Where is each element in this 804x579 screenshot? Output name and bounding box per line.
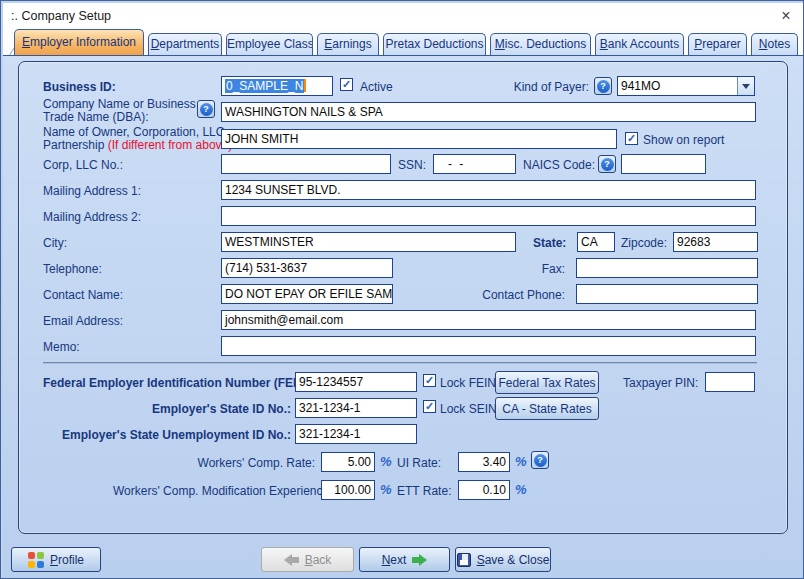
show-on-report-checkbox[interactable] [625,132,638,145]
owner-input[interactable]: JOHN SMITH [221,129,617,149]
tab-employee-class[interactable]: Employee Class [226,33,313,55]
close-icon[interactable]: × [775,6,797,26]
fein-label: Federal Employer Identification Number (… [43,376,291,390]
percent-icon: % [380,482,392,497]
percent-icon: % [515,454,527,469]
state-label: State: [533,236,566,250]
section-divider [43,362,757,364]
tab-employer-information[interactable]: Employer Information [14,29,144,55]
tab-misc-deductions[interactable]: Misc. Deductions [490,33,591,55]
telephone-label: Telephone: [43,262,102,276]
memo-input[interactable] [221,336,756,356]
business-id-label: Business ID: [43,80,116,94]
state-id-label: Employer's State ID No.: [43,402,291,416]
save-close-button[interactable]: Save & Close [455,547,551,572]
federal-tax-rates-button[interactable]: Federal Tax Rates [495,371,599,394]
corp-llc-label: Corp, LLC No.: [43,158,123,172]
workers-comp-rate-input[interactable]: 5.00 [321,452,375,472]
kind-of-payer-select[interactable]: 941MO [617,76,755,96]
tab-bank-accounts[interactable]: Bank Accounts [595,33,684,55]
city-label: City: [43,236,67,250]
ett-rate-input[interactable]: 0.10 [458,480,510,500]
contact-name-label: Contact Name: [43,288,123,302]
tab-pretax-deductions[interactable]: Pretax Deductions [383,33,486,55]
arrow-left-icon [284,554,299,566]
active-checkbox[interactable] [340,78,353,91]
business-id-input[interactable]: 0_SAMPLE_N [221,76,333,96]
telephone-input[interactable]: (714) 531-3637 [221,258,393,278]
lock-fein-label: Lock FEIN [440,376,496,390]
tab-earnings[interactable]: Earnings [317,33,379,55]
taxpayer-pin-input[interactable] [705,372,755,392]
fax-input[interactable] [576,258,758,278]
next-button-label: Next [382,553,407,567]
lock-fein-checkbox[interactable] [423,374,436,387]
mailing-address-2-label: Mailing Address 2: [43,210,141,224]
naics-label: NAICS Code: [523,158,595,172]
state-unemployment-id-input[interactable]: 321-1234-1 [295,424,417,444]
email-label: Email Address: [43,314,123,328]
owner-label-line1: Name of Owner, Corporation, LLC, [43,125,228,139]
fax-label: Fax: [503,262,565,276]
zipcode-input[interactable]: 92683 [673,232,758,252]
city-input[interactable]: WESTMINSTER [221,232,516,252]
ett-rate-label: ETT Rate: [397,484,451,498]
company-name-label-line1: Company Name or Business [43,97,196,111]
title-bar: :. Company Setup × [3,3,803,29]
ui-rate-label: UI Rate: [397,456,441,470]
fein-input[interactable]: 95-1234557 [295,372,417,392]
owner-label-note: (If different from above) [108,138,233,152]
kind-of-payer-label: Kind of Payer: [501,80,589,94]
state-rates-button[interactable]: CA - State Rates [495,397,599,420]
ssn-label: SSN: [398,158,426,172]
state-input[interactable]: CA [577,232,615,252]
company-name-label-line2: Trade Name (DBA): [43,110,149,124]
ui-rate-input[interactable]: 3.40 [458,452,510,472]
active-label: Active [360,80,393,94]
save-icon [457,553,471,567]
profile-button-label: Profile [50,553,84,567]
contact-name-input[interactable]: DO NOT EPAY OR EFILE SAMPLE [221,284,393,304]
save-close-button-label: Save & Close [477,553,550,567]
back-button-label: Back [305,553,332,567]
ssn-input[interactable]: - - [433,154,516,174]
profile-button[interactable]: Profile [11,547,101,572]
back-button[interactable]: Back [261,547,354,572]
state-unemployment-id-label: Employer's State Unemployment ID No.: [43,428,291,442]
text-caret [304,79,306,92]
next-button[interactable]: Next [359,547,450,572]
chevron-down-icon[interactable] [737,77,754,95]
tab-departments[interactable]: Departments [148,33,222,55]
rates-help-icon[interactable]: ? [531,451,549,469]
state-id-input[interactable]: 321-1234-1 [295,398,417,418]
mailing-address-2-input[interactable] [221,206,756,226]
contact-phone-label: Contact Phone: [473,288,565,302]
contact-phone-input[interactable] [576,284,758,304]
workers-comp-mod-input[interactable]: 100.00 [321,480,375,500]
company-name-help-icon[interactable]: ? [197,100,215,118]
email-input[interactable]: johnsmith@email.com [221,310,756,330]
percent-icon: % [380,454,392,469]
workers-comp-mod-label: Workers' Comp. Modification Experience: [113,484,315,498]
employer-information-page: Business ID: 0_SAMPLE_N Active Kind of P… [3,56,803,578]
lock-sein-label: Lock SEIN [440,402,497,416]
show-on-report-label: Show on report [643,133,724,147]
lock-sein-checkbox[interactable] [423,400,436,413]
tab-preparer[interactable]: Preparer [688,33,747,55]
arrow-right-icon [412,554,427,566]
workers-comp-rate-label: Workers' Comp. Rate: [113,456,315,470]
corp-llc-input[interactable] [221,154,391,174]
naics-help-icon[interactable]: ? [598,155,616,173]
company-setup-dialog: :. Company Setup × Employer Information … [0,0,804,579]
kind-of-payer-help-icon[interactable]: ? [594,77,612,95]
percent-icon: % [515,482,527,497]
mailing-address-1-input[interactable]: 1234 SUNSET BLVD. [221,180,756,200]
tab-strip: Employer Information Departments Employe… [3,29,803,56]
kind-of-payer-value: 941MO [618,77,737,95]
company-name-input[interactable]: WASHINGTON NAILS & SPA [221,102,756,122]
selected-text: 0_SAMPLE_N [225,79,304,93]
taxpayer-pin-label: Taxpayer PIN: [623,376,698,390]
naics-input[interactable] [621,154,706,174]
mailing-address-1-label: Mailing Address 1: [43,184,141,198]
tab-notes[interactable]: Notes [751,33,798,55]
